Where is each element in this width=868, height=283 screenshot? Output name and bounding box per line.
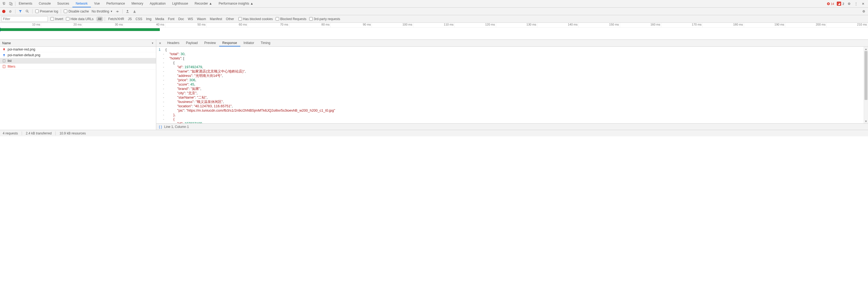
request-list: poi-marker-red.pngpoi-marker-default.png… — [0, 47, 156, 130]
main-tabs: ElementsConsoleSourcesNetworkVuePerforma… — [16, 0, 257, 7]
tab-lighthouse[interactable]: Lighthouse — [169, 0, 191, 7]
detail-tabs: × HeadersPayloadPreviewResponseInitiator… — [156, 40, 868, 47]
main-split: Name ▼ poi-marker-red.pngpoi-marker-defa… — [0, 40, 868, 130]
settings-gear-icon[interactable]: ⚙ — [862, 9, 866, 13]
tab-application[interactable]: Application — [147, 0, 169, 7]
clear-icon[interactable]: ⊘ — [8, 9, 12, 13]
response-body[interactable]: 1 ----------------- { "total": 30, "hote… — [156, 47, 868, 130]
tab-sources[interactable]: Sources — [54, 0, 72, 7]
issues-badge[interactable]: ◪2 — [837, 2, 844, 6]
vertical-scrollbar[interactable]: ▲ ▼ — [864, 47, 868, 123]
timeline-tick: 80 ms — [289, 23, 331, 27]
third-party-checkbox[interactable]: 3rd-party requests — [309, 17, 340, 21]
type-filter-manifest[interactable]: Manifest — [208, 17, 223, 22]
network-status-bar: 4 requests 2.4 kB transferred 10.9 kB re… — [0, 130, 868, 136]
detail-tab-preview[interactable]: Preview — [201, 40, 219, 47]
tab-vue[interactable]: Vue — [91, 0, 103, 7]
network-conditions-icon[interactable] — [115, 9, 120, 13]
timeline-tick: 40 ms — [124, 23, 165, 27]
format-icon[interactable]: { } — [159, 125, 162, 129]
pin-red-icon — [2, 48, 6, 51]
download-har-icon[interactable] — [132, 9, 137, 13]
type-filter-wasm[interactable]: Wasm — [195, 17, 208, 22]
invert-checkbox[interactable]: Invert — [51, 17, 63, 21]
chevron-down-icon[interactable]: ▼ — [151, 42, 154, 45]
tab-memory[interactable]: Memory — [128, 0, 147, 7]
detail-tab-response[interactable]: Response — [219, 40, 240, 47]
hide-data-urls-checkbox[interactable]: Hide data URLs — [66, 17, 94, 21]
timeline-tick: 100 ms — [372, 23, 413, 27]
filter-input[interactable] — [2, 16, 48, 22]
tab-console[interactable]: Console — [35, 0, 54, 7]
type-filter-js[interactable]: JS — [126, 17, 133, 22]
request-row[interactable]: poi-marker-default.png — [0, 52, 156, 58]
tab-performance[interactable]: Performance — [103, 0, 128, 7]
timeline-tick: 20 ms — [41, 23, 83, 27]
tab-network[interactable]: Network — [72, 0, 91, 7]
device-toggle-icon[interactable] — [9, 2, 13, 6]
search-icon[interactable] — [25, 9, 30, 13]
tab-elements[interactable]: Elements — [16, 0, 35, 7]
network-toolbar: ⊘ Preserve log Disable cache No throttli… — [0, 8, 868, 15]
settings-icon[interactable]: ⚙ — [847, 2, 851, 6]
request-row[interactable]: list — [0, 58, 156, 64]
request-name: poi-marker-default.png — [8, 53, 40, 57]
detail-tab-timing[interactable]: Timing — [257, 40, 274, 47]
detail-panel: × HeadersPayloadPreviewResponseInitiator… — [156, 40, 868, 130]
type-filter-font[interactable]: Font — [166, 17, 176, 22]
type-filter-other[interactable]: Other — [224, 17, 236, 22]
type-filter-ws[interactable]: WS — [186, 17, 195, 22]
upload-har-icon[interactable] — [125, 9, 130, 13]
disable-cache-checkbox[interactable]: Disable cache — [64, 9, 89, 13]
request-row[interactable]: poi-marker-red.png — [0, 47, 156, 52]
request-name: filters — [8, 65, 16, 68]
svg-rect-10 — [3, 59, 5, 62]
svg-point-6 — [3, 48, 5, 50]
detail-tab-payload[interactable]: Payload — [183, 40, 201, 47]
type-filter-doc[interactable]: Doc — [177, 17, 186, 22]
timeline-tick: 140 ms — [537, 23, 579, 27]
timeline-tick: 70 ms — [248, 23, 289, 27]
svg-line-4 — [28, 11, 29, 12]
close-detail-icon[interactable]: × — [156, 41, 164, 45]
resources-size: 10.9 kB resources — [59, 132, 86, 135]
request-name: poi-marker-red.png — [8, 48, 35, 51]
close-icon[interactable]: ✕ — [861, 2, 865, 6]
request-name: list — [8, 59, 12, 63]
error-badge[interactable]: 14 — [827, 2, 834, 5]
timeline-tick: 120 ms — [455, 23, 496, 27]
tab-performance-insights-[interactable]: Performance insights ▲ — [215, 0, 257, 7]
timeline-tick: 170 ms — [661, 23, 703, 27]
timeline-tick: 90 ms — [331, 23, 372, 27]
inspect-icon[interactable] — [2, 2, 6, 6]
timeline-overview[interactable]: 10 ms20 ms30 ms40 ms50 ms60 ms70 ms80 ms… — [0, 23, 868, 40]
request-row[interactable]: filters — [0, 64, 156, 69]
cursor-position: Line 1, Column 1 — [164, 125, 189, 129]
throttling-select[interactable]: No throttling ▼ — [92, 9, 113, 13]
scrollbar-thumb[interactable] — [865, 51, 867, 100]
type-filter-media[interactable]: Media — [154, 17, 166, 22]
has-blocked-cookies-checkbox[interactable]: Has blocked cookies — [239, 17, 273, 21]
svg-rect-11 — [3, 65, 5, 68]
scroll-down-icon[interactable]: ▼ — [864, 119, 868, 123]
blocked-requests-checkbox[interactable]: Blocked Requests — [276, 17, 307, 21]
tab-recorder-[interactable]: Recorder ▲ — [191, 0, 216, 7]
timeline-tick: 150 ms — [579, 23, 620, 27]
detail-tab-initiator[interactable]: Initiator — [240, 40, 257, 47]
name-column-header: Name — [2, 41, 11, 45]
scroll-up-icon[interactable]: ▲ — [864, 47, 868, 51]
type-filter-css[interactable]: CSS — [134, 17, 144, 22]
type-filter-fetch-xhr[interactable]: Fetch/XHR — [106, 17, 126, 22]
type-filter-img[interactable]: Img — [144, 17, 153, 22]
request-list-header[interactable]: Name ▼ — [0, 40, 156, 47]
timeline-tick: 10 ms — [0, 23, 41, 27]
filter-toggle-icon[interactable] — [18, 9, 23, 13]
timeline-tick: 210 ms — [827, 23, 868, 27]
detail-tab-headers[interactable]: Headers — [164, 40, 183, 47]
timeline-tick: 50 ms — [165, 23, 207, 27]
preserve-log-checkbox[interactable]: Preserve log — [35, 9, 58, 13]
more-icon[interactable]: ⋮ — [854, 2, 858, 6]
type-filter-all[interactable]: All — [96, 17, 103, 22]
request-list-panel: Name ▼ poi-marker-red.pngpoi-marker-defa… — [0, 40, 156, 130]
record-button[interactable] — [2, 10, 5, 13]
